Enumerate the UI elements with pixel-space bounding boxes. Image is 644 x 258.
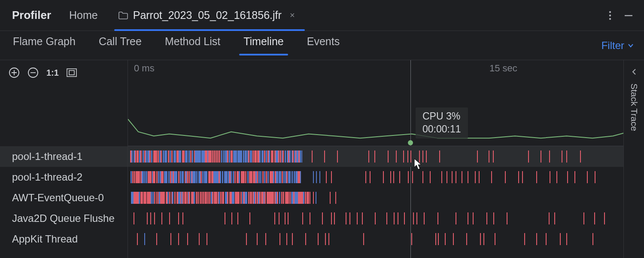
zoom-in-icon[interactable] — [9, 67, 20, 78]
event-bar — [286, 171, 288, 183]
event-bar — [156, 171, 158, 183]
event-bar — [153, 150, 155, 163]
folder-icon — [118, 12, 128, 19]
event-track[interactable] — [128, 146, 644, 167]
event-track[interactable] — [128, 208, 644, 229]
event-bar — [424, 212, 425, 224]
event-bar — [279, 212, 279, 224]
event-bar — [289, 150, 291, 163]
event-bar — [247, 171, 249, 183]
event-bar — [190, 150, 191, 163]
event-bar — [264, 171, 265, 183]
event-bar — [259, 192, 261, 204]
minimize-icon[interactable] — [623, 10, 634, 21]
event-bar — [288, 212, 289, 224]
event-bar — [251, 192, 252, 204]
event-bar — [316, 192, 316, 204]
event-bar — [238, 192, 240, 204]
event-bar — [566, 150, 567, 163]
event-bar — [194, 192, 195, 204]
event-bar — [178, 233, 179, 245]
event-track[interactable] — [128, 187, 644, 208]
event-bar — [251, 171, 252, 183]
close-icon[interactable]: × — [289, 10, 296, 20]
event-bar — [258, 171, 260, 183]
timeline-area: 1:1 pool-1-thread-1 pool-1-thread-2 AWT-… — [0, 60, 644, 258]
event-bar — [580, 150, 581, 163]
event-track[interactable] — [128, 167, 644, 187]
event-bar — [255, 150, 257, 163]
event-bar — [456, 171, 456, 183]
event-bar — [301, 150, 302, 163]
fit-to-view-icon[interactable] — [67, 68, 77, 77]
subtab-call-tree[interactable]: Call Tree — [98, 35, 143, 55]
event-bar — [206, 171, 207, 183]
event-bar — [154, 171, 155, 183]
tab-file[interactable]: Parrot_2023_05_02_161856.jfr × — [114, 0, 305, 31]
subtab-method-list[interactable]: Method List — [164, 35, 221, 55]
top-bar: Profiler Home Parrot_2023_05_02_161856.j… — [0, 0, 644, 31]
event-bar — [280, 150, 281, 163]
event-bar — [560, 233, 561, 245]
event-bar — [408, 171, 409, 183]
event-bar — [161, 150, 162, 163]
event-bar — [214, 150, 215, 163]
event-bar — [265, 233, 266, 245]
file-tab-name: Parrot_2023_05_02_161856.jfr — [133, 9, 282, 22]
zoom-out-icon[interactable] — [27, 67, 39, 78]
event-bar — [132, 171, 134, 183]
more-options-icon[interactable] — [609, 10, 611, 21]
event-bar — [243, 150, 244, 163]
event-bar — [422, 171, 423, 183]
event-bar — [243, 192, 245, 204]
event-bar — [168, 150, 169, 163]
event-bar — [324, 150, 325, 163]
event-bar — [398, 212, 398, 224]
event-bar — [203, 192, 204, 204]
event-bar — [550, 171, 550, 183]
subtab-flame-graph[interactable]: Flame Graph — [12, 35, 76, 55]
thread-row[interactable]: pool-1-thread-2 — [0, 167, 128, 187]
time-ruler: 0 ms 15 sec — [128, 60, 644, 76]
event-bar — [178, 212, 179, 224]
subtab-events[interactable]: Events — [306, 35, 340, 55]
event-bar — [300, 150, 301, 163]
event-bar — [166, 171, 167, 183]
event-track[interactable] — [128, 229, 644, 249]
filter-dropdown[interactable]: Filter — [601, 40, 634, 52]
zoom-ratio[interactable]: 1:1 — [46, 68, 59, 78]
tab-home[interactable]: Home — [69, 9, 98, 22]
event-bar — [200, 171, 202, 183]
subtab-timeline[interactable]: Timeline — [243, 35, 285, 55]
event-bar — [252, 150, 254, 163]
stack-trace-tab[interactable]: Stack Trace — [623, 60, 644, 258]
thread-row[interactable]: pool-1-thread-1 — [0, 146, 128, 167]
event-bar — [374, 150, 375, 163]
event-bar — [222, 171, 223, 183]
event-bar — [240, 150, 241, 163]
svg-rect-7 — [69, 71, 74, 75]
event-bar — [137, 150, 139, 163]
event-bar — [305, 233, 306, 245]
timeline-canvas[interactable]: 0 ms 15 sec CPU 3% 00:00:11 Stack Trace — [128, 60, 644, 258]
thread-row[interactable]: AppKit Thread — [0, 229, 128, 249]
event-bar — [407, 150, 408, 163]
event-bar — [592, 233, 593, 245]
event-bar — [325, 233, 326, 245]
thread-row[interactable]: AWT-EventQueue-0 — [0, 187, 128, 208]
event-bar — [456, 212, 456, 224]
event-bar — [174, 171, 175, 183]
event-bar — [169, 212, 170, 224]
ruler-tick-start: 0 ms — [134, 63, 155, 74]
event-bar — [151, 192, 152, 204]
event-tracks — [128, 146, 644, 249]
event-bar — [220, 192, 222, 204]
event-bar — [286, 233, 287, 245]
event-bar — [243, 171, 245, 183]
event-bar — [283, 171, 285, 183]
event-bar — [158, 150, 159, 163]
event-bar — [310, 192, 310, 204]
event-bar — [170, 150, 171, 163]
thread-row[interactable]: Java2D Queue Flushe — [0, 208, 128, 229]
event-bar — [269, 150, 270, 163]
